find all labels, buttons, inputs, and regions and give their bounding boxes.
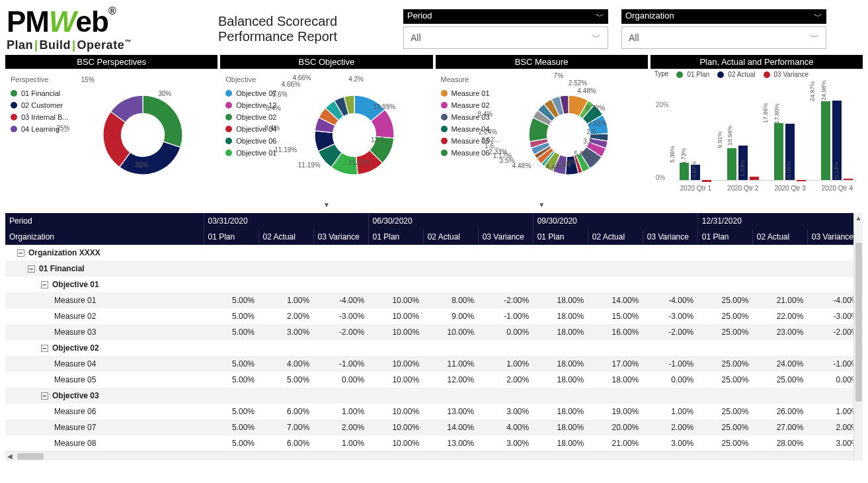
cell	[643, 261, 697, 277]
donut-value-label: 11.19%	[348, 159, 371, 166]
cell	[423, 340, 478, 356]
expand-icon[interactable]: ▼	[220, 201, 432, 208]
legend-item[interactable]: Objective 07	[225, 87, 276, 99]
cell	[533, 388, 588, 404]
table-group-row[interactable]: −Objective 01	[5, 277, 863, 292]
table-row[interactable]: Measure 085.00%6.00%1.00%10.00%13.00%3.0…	[5, 435, 863, 451]
chevron-down-icon[interactable]: ﹀	[596, 11, 604, 22]
legend-item[interactable]: 02 Customer	[11, 99, 69, 111]
cell	[588, 340, 643, 356]
scorecard-table[interactable]: Period 03/31/2020 06/30/2020 09/30/2020 …	[5, 213, 863, 451]
donut-value-label: 8.4%	[477, 110, 493, 118]
cell	[643, 340, 697, 356]
bar[interactable]: 24.87%	[821, 101, 830, 180]
collapse-icon[interactable]: −	[17, 249, 24, 257]
cell	[368, 340, 423, 356]
cell	[204, 245, 258, 261]
legend-item[interactable]: 03 Internal B...	[11, 111, 69, 123]
report-title: Balanced Scorecard Performance Report	[218, 14, 390, 44]
bar[interactable]: 1.03%	[750, 177, 759, 180]
cell: 6.00%	[258, 404, 313, 419]
cell	[368, 261, 423, 277]
period-filter-select[interactable]: All ﹀	[403, 26, 608, 49]
col-q3[interactable]: 09/30/2020	[533, 213, 697, 229]
table-group-row[interactable]: −Organization XXXX	[5, 245, 863, 261]
table-group-row[interactable]: −Objective 02	[5, 340, 863, 356]
cell: 11.00%	[423, 356, 478, 372]
cell: 0.00%	[313, 372, 368, 388]
donut-value-label: 25%	[56, 124, 69, 132]
scroll-up-icon[interactable]: ▲	[854, 213, 863, 223]
donut-value-label: 12.3...	[371, 136, 389, 144]
cell: 10.00%	[368, 435, 423, 451]
col-q1[interactable]: 03/31/2020	[204, 213, 368, 229]
cell	[204, 261, 258, 277]
cell: 4.00%	[258, 356, 313, 372]
legend-item[interactable]: 01 Financial	[11, 87, 69, 99]
cell: 0.00%	[643, 372, 697, 388]
cell	[258, 277, 313, 292]
cell: 26.00%	[752, 404, 807, 419]
cell: 14.00%	[423, 419, 478, 435]
horizontal-scrollbar[interactable]: ◀	[5, 451, 863, 461]
chevron-down-icon[interactable]: ﹀	[814, 11, 822, 22]
scroll-left-icon[interactable]: ◀	[5, 453, 15, 460]
legend-item[interactable]: Objective 02	[225, 111, 276, 123]
bar[interactable]: 17.86%	[774, 123, 783, 180]
cell: 5.00%	[204, 356, 258, 372]
organization-filter-select[interactable]: All ﹀	[621, 26, 826, 49]
table-row[interactable]: Measure 075.00%7.00%2.00%10.00%14.00%4.0…	[5, 419, 863, 435]
col-q2[interactable]: 06/30/2020	[368, 213, 533, 229]
col-period[interactable]: Period	[5, 213, 204, 229]
bar[interactable]: -0.06%	[797, 180, 806, 181]
table-row[interactable]: Measure 045.00%4.00%-1.00%10.00%11.00%1.…	[5, 356, 863, 372]
bar[interactable]: 5.36%	[680, 163, 689, 180]
collapse-icon[interactable]: −	[41, 392, 48, 400]
legend-item[interactable]: Objective 06	[225, 135, 276, 147]
table-row[interactable]: Measure 055.00%5.00%0.00%10.00%12.00%2.0…	[5, 372, 863, 388]
bar-chart[interactable]: 20% 0% 5.36%4.73%-0.67%9.91%10.94%1.03%1…	[651, 81, 863, 212]
bar-value-label: -0.67%	[691, 161, 697, 180]
panel-title-perspectives: BSC Perspectives	[5, 55, 217, 69]
col-org[interactable]: Organization	[5, 229, 204, 245]
collapse-icon[interactable]: −	[41, 281, 48, 288]
legend-item[interactable]: Objective 01	[225, 147, 276, 159]
cell	[752, 245, 807, 261]
cell	[533, 277, 588, 292]
collapse-icon[interactable]: −	[28, 265, 35, 273]
cell	[697, 261, 752, 277]
bar-x-label: 2020 Qtr 4	[818, 185, 856, 192]
legend-item[interactable]: Measure 06	[441, 147, 490, 159]
table-row[interactable]: Measure 025.00%2.00%-3.00%10.00%9.00%-1.…	[5, 308, 863, 324]
col-q4[interactable]: 12/31/2020	[697, 213, 862, 229]
expand-icon[interactable]: ▼	[436, 201, 648, 208]
cell: -4.00%	[643, 292, 697, 308]
donut-value-label: 2.52%	[588, 120, 606, 127]
row-label: Measure 08	[5, 435, 204, 451]
cell	[643, 388, 697, 404]
cell: 14.00%	[588, 292, 643, 308]
donut-value-label: 5.6%	[272, 91, 288, 98]
bar[interactable]: -0.67%	[702, 180, 711, 182]
cell: 18.00%	[533, 292, 588, 308]
legend-item[interactable]: Measure 01	[441, 87, 490, 99]
cell: 18.00%	[588, 372, 643, 388]
cell: 23.00%	[752, 324, 807, 340]
cell: 10.00%	[368, 324, 423, 340]
bar[interactable]: 0.14%	[844, 179, 853, 180]
legend-item[interactable]: Measure 02	[441, 99, 490, 111]
row-label: −Objective 03	[5, 388, 204, 404]
collapse-icon[interactable]: −	[41, 345, 48, 352]
bar[interactable]: 9.91%	[727, 148, 736, 180]
vertical-scrollbar[interactable]: ▲	[853, 213, 863, 461]
table-row[interactable]: Measure 065.00%6.00%1.00%10.00%13.00%3.0…	[5, 404, 863, 419]
cell	[478, 277, 533, 292]
table-row[interactable]: Measure 035.00%3.00%-2.00%10.00%10.00%0.…	[5, 324, 863, 340]
donut-value-label: 4.66%	[282, 81, 300, 88]
cell: 3.00%	[478, 435, 533, 451]
chevron-down-icon: ﹀	[810, 32, 819, 44]
table-group-row[interactable]: −01 Financial	[5, 261, 863, 277]
cell: 19.00%	[588, 404, 643, 419]
table-group-row[interactable]: −Objective 03	[5, 388, 863, 404]
table-row[interactable]: Measure 015.00%1.00%-4.00%10.00%8.00%-2.…	[5, 292, 863, 308]
